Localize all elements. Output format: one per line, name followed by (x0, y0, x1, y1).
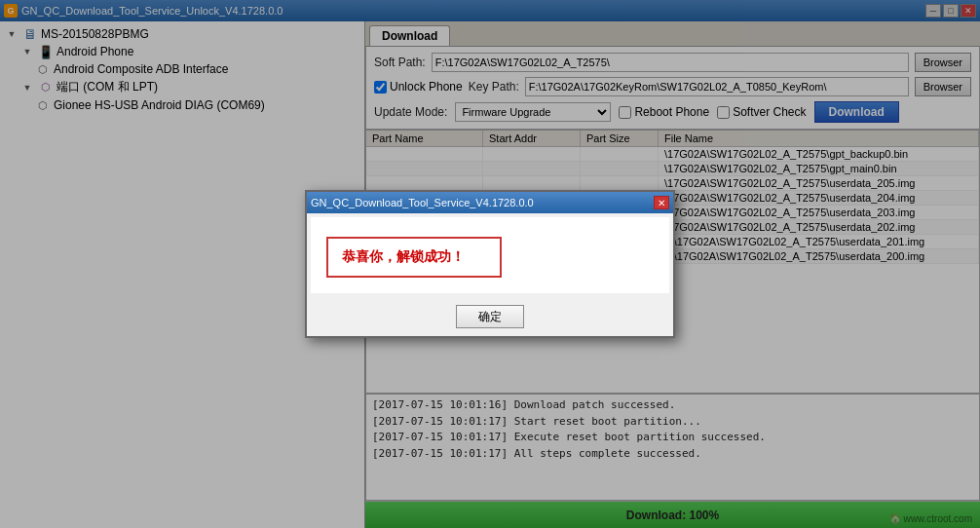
modal-ok-button[interactable]: 确定 (456, 305, 524, 328)
modal-message: 恭喜你，解锁成功！ (326, 237, 502, 278)
modal-title: GN_QC_Download_Tool_Service_V4.1728.0.0 (311, 197, 534, 208)
modal-title-bar: GN_QC_Download_Tool_Service_V4.1728.0.0 … (307, 192, 673, 213)
modal-body: 恭喜你，解锁成功！ (311, 217, 669, 293)
modal-footer: 确定 (307, 297, 673, 336)
modal-dialog: GN_QC_Download_Tool_Service_V4.1728.0.0 … (305, 190, 675, 338)
modal-overlay: GN_QC_Download_Tool_Service_V4.1728.0.0 … (0, 0, 980, 528)
modal-close-button[interactable]: ✕ (654, 196, 669, 209)
modal-message-text: 恭喜你，解锁成功！ (342, 248, 465, 264)
